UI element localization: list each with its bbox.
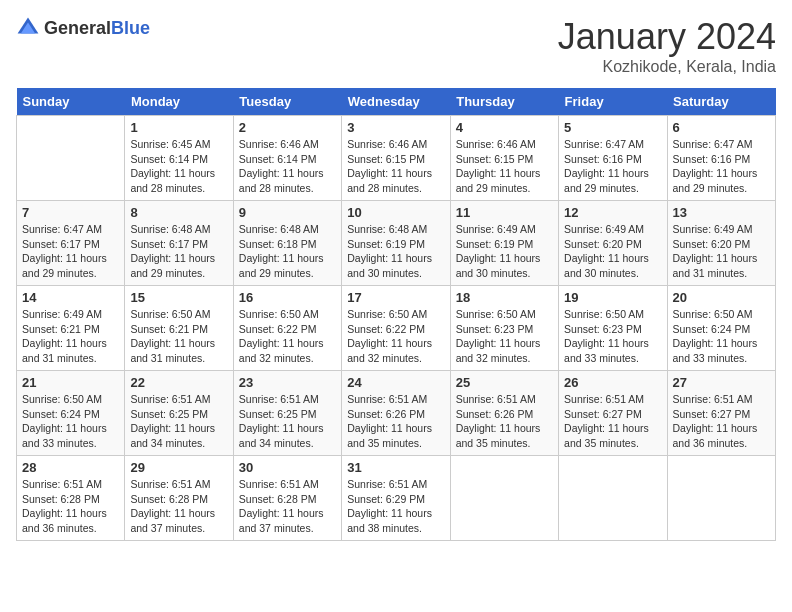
calendar-cell: 29 Sunrise: 6:51 AMSunset: 6:28 PMDaylig…: [125, 456, 233, 541]
column-header-monday: Monday: [125, 88, 233, 116]
cell-sunrise: Sunrise: 6:46 AMSunset: 6:15 PMDaylight:…: [456, 138, 541, 194]
day-number: 11: [456, 205, 553, 220]
logo: GeneralBlue: [16, 16, 150, 40]
column-header-tuesday: Tuesday: [233, 88, 341, 116]
calendar-cell: 22 Sunrise: 6:51 AMSunset: 6:25 PMDaylig…: [125, 371, 233, 456]
calendar-cell: [667, 456, 775, 541]
calendar-week-row: 7 Sunrise: 6:47 AMSunset: 6:17 PMDayligh…: [17, 201, 776, 286]
day-number: 6: [673, 120, 770, 135]
cell-sunrise: Sunrise: 6:50 AMSunset: 6:22 PMDaylight:…: [347, 308, 432, 364]
logo-text-general: General: [44, 18, 111, 38]
logo-icon: [16, 16, 40, 40]
day-number: 2: [239, 120, 336, 135]
cell-sunrise: Sunrise: 6:51 AMSunset: 6:27 PMDaylight:…: [673, 393, 758, 449]
calendar-cell: 17 Sunrise: 6:50 AMSunset: 6:22 PMDaylig…: [342, 286, 450, 371]
day-number: 26: [564, 375, 661, 390]
cell-sunrise: Sunrise: 6:51 AMSunset: 6:27 PMDaylight:…: [564, 393, 649, 449]
column-header-saturday: Saturday: [667, 88, 775, 116]
cell-sunrise: Sunrise: 6:50 AMSunset: 6:23 PMDaylight:…: [564, 308, 649, 364]
calendar-cell: 31 Sunrise: 6:51 AMSunset: 6:29 PMDaylig…: [342, 456, 450, 541]
cell-sunrise: Sunrise: 6:47 AMSunset: 6:16 PMDaylight:…: [564, 138, 649, 194]
calendar-cell: 28 Sunrise: 6:51 AMSunset: 6:28 PMDaylig…: [17, 456, 125, 541]
calendar-header-row: SundayMondayTuesdayWednesdayThursdayFrid…: [17, 88, 776, 116]
header: GeneralBlue January 2024 Kozhikode, Kera…: [16, 16, 776, 76]
calendar-cell: 8 Sunrise: 6:48 AMSunset: 6:17 PMDayligh…: [125, 201, 233, 286]
month-title: January 2024: [558, 16, 776, 58]
day-number: 21: [22, 375, 119, 390]
calendar-cell: 25 Sunrise: 6:51 AMSunset: 6:26 PMDaylig…: [450, 371, 558, 456]
column-header-thursday: Thursday: [450, 88, 558, 116]
cell-sunrise: Sunrise: 6:49 AMSunset: 6:21 PMDaylight:…: [22, 308, 107, 364]
day-number: 19: [564, 290, 661, 305]
cell-sunrise: Sunrise: 6:51 AMSunset: 6:28 PMDaylight:…: [130, 478, 215, 534]
logo-text-blue: Blue: [111, 18, 150, 38]
day-number: 10: [347, 205, 444, 220]
calendar-cell: 16 Sunrise: 6:50 AMSunset: 6:22 PMDaylig…: [233, 286, 341, 371]
cell-sunrise: Sunrise: 6:51 AMSunset: 6:28 PMDaylight:…: [239, 478, 324, 534]
day-number: 27: [673, 375, 770, 390]
cell-sunrise: Sunrise: 6:48 AMSunset: 6:17 PMDaylight:…: [130, 223, 215, 279]
day-number: 12: [564, 205, 661, 220]
calendar-cell: 11 Sunrise: 6:49 AMSunset: 6:19 PMDaylig…: [450, 201, 558, 286]
day-number: 28: [22, 460, 119, 475]
column-header-sunday: Sunday: [17, 88, 125, 116]
calendar-week-row: 1 Sunrise: 6:45 AMSunset: 6:14 PMDayligh…: [17, 116, 776, 201]
cell-sunrise: Sunrise: 6:47 AMSunset: 6:17 PMDaylight:…: [22, 223, 107, 279]
calendar-cell: 12 Sunrise: 6:49 AMSunset: 6:20 PMDaylig…: [559, 201, 667, 286]
calendar-cell: 10 Sunrise: 6:48 AMSunset: 6:19 PMDaylig…: [342, 201, 450, 286]
day-number: 15: [130, 290, 227, 305]
day-number: 25: [456, 375, 553, 390]
cell-sunrise: Sunrise: 6:51 AMSunset: 6:25 PMDaylight:…: [130, 393, 215, 449]
day-number: 30: [239, 460, 336, 475]
day-number: 9: [239, 205, 336, 220]
calendar-cell: 14 Sunrise: 6:49 AMSunset: 6:21 PMDaylig…: [17, 286, 125, 371]
cell-sunrise: Sunrise: 6:50 AMSunset: 6:22 PMDaylight:…: [239, 308, 324, 364]
day-number: 31: [347, 460, 444, 475]
calendar-cell: [450, 456, 558, 541]
day-number: 13: [673, 205, 770, 220]
cell-sunrise: Sunrise: 6:49 AMSunset: 6:19 PMDaylight:…: [456, 223, 541, 279]
day-number: 3: [347, 120, 444, 135]
calendar-cell: 27 Sunrise: 6:51 AMSunset: 6:27 PMDaylig…: [667, 371, 775, 456]
calendar-cell: 23 Sunrise: 6:51 AMSunset: 6:25 PMDaylig…: [233, 371, 341, 456]
calendar-cell: 3 Sunrise: 6:46 AMSunset: 6:15 PMDayligh…: [342, 116, 450, 201]
location: Kozhikode, Kerala, India: [558, 58, 776, 76]
cell-sunrise: Sunrise: 6:50 AMSunset: 6:21 PMDaylight:…: [130, 308, 215, 364]
day-number: 14: [22, 290, 119, 305]
calendar-cell: 21 Sunrise: 6:50 AMSunset: 6:24 PMDaylig…: [17, 371, 125, 456]
calendar-cell: 20 Sunrise: 6:50 AMSunset: 6:24 PMDaylig…: [667, 286, 775, 371]
cell-sunrise: Sunrise: 6:46 AMSunset: 6:14 PMDaylight:…: [239, 138, 324, 194]
cell-sunrise: Sunrise: 6:46 AMSunset: 6:15 PMDaylight:…: [347, 138, 432, 194]
cell-sunrise: Sunrise: 6:49 AMSunset: 6:20 PMDaylight:…: [564, 223, 649, 279]
cell-sunrise: Sunrise: 6:51 AMSunset: 6:26 PMDaylight:…: [347, 393, 432, 449]
calendar-body: 1 Sunrise: 6:45 AMSunset: 6:14 PMDayligh…: [17, 116, 776, 541]
cell-sunrise: Sunrise: 6:48 AMSunset: 6:18 PMDaylight:…: [239, 223, 324, 279]
day-number: 22: [130, 375, 227, 390]
day-number: 4: [456, 120, 553, 135]
title-area: January 2024 Kozhikode, Kerala, India: [558, 16, 776, 76]
calendar-cell: 6 Sunrise: 6:47 AMSunset: 6:16 PMDayligh…: [667, 116, 775, 201]
calendar-cell: 24 Sunrise: 6:51 AMSunset: 6:26 PMDaylig…: [342, 371, 450, 456]
calendar-table: SundayMondayTuesdayWednesdayThursdayFrid…: [16, 88, 776, 541]
calendar-cell: 18 Sunrise: 6:50 AMSunset: 6:23 PMDaylig…: [450, 286, 558, 371]
day-number: 20: [673, 290, 770, 305]
day-number: 24: [347, 375, 444, 390]
day-number: 7: [22, 205, 119, 220]
cell-sunrise: Sunrise: 6:50 AMSunset: 6:24 PMDaylight:…: [673, 308, 758, 364]
cell-sunrise: Sunrise: 6:51 AMSunset: 6:25 PMDaylight:…: [239, 393, 324, 449]
cell-sunrise: Sunrise: 6:50 AMSunset: 6:23 PMDaylight:…: [456, 308, 541, 364]
column-header-friday: Friday: [559, 88, 667, 116]
calendar-week-row: 28 Sunrise: 6:51 AMSunset: 6:28 PMDaylig…: [17, 456, 776, 541]
day-number: 17: [347, 290, 444, 305]
calendar-week-row: 21 Sunrise: 6:50 AMSunset: 6:24 PMDaylig…: [17, 371, 776, 456]
calendar-cell: 2 Sunrise: 6:46 AMSunset: 6:14 PMDayligh…: [233, 116, 341, 201]
cell-sunrise: Sunrise: 6:51 AMSunset: 6:28 PMDaylight:…: [22, 478, 107, 534]
cell-sunrise: Sunrise: 6:47 AMSunset: 6:16 PMDaylight:…: [673, 138, 758, 194]
calendar-cell: 30 Sunrise: 6:51 AMSunset: 6:28 PMDaylig…: [233, 456, 341, 541]
calendar-cell: 13 Sunrise: 6:49 AMSunset: 6:20 PMDaylig…: [667, 201, 775, 286]
calendar-cell: 9 Sunrise: 6:48 AMSunset: 6:18 PMDayligh…: [233, 201, 341, 286]
cell-sunrise: Sunrise: 6:50 AMSunset: 6:24 PMDaylight:…: [22, 393, 107, 449]
calendar-cell: 7 Sunrise: 6:47 AMSunset: 6:17 PMDayligh…: [17, 201, 125, 286]
calendar-cell: 1 Sunrise: 6:45 AMSunset: 6:14 PMDayligh…: [125, 116, 233, 201]
day-number: 8: [130, 205, 227, 220]
